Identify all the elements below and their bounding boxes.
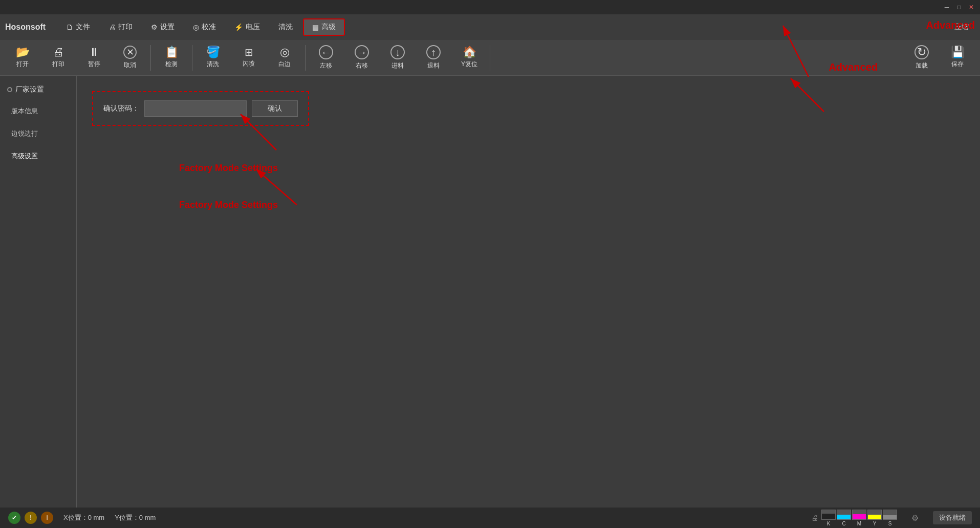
reload-icon: ↻ (914, 45, 929, 59)
tool-detect[interactable]: 📋 检测 (154, 42, 189, 74)
clean-icon: 🪣 (206, 47, 220, 58)
ink-slot-m: M (852, 510, 866, 526)
tool-left[interactable]: ← 左移 (309, 42, 343, 74)
password-input[interactable] (144, 100, 247, 117)
password-box: 确认密码： 确认 (92, 91, 309, 126)
tool-print[interactable]: 🖨 打印 (41, 42, 76, 74)
ink-slot-s: S (883, 510, 897, 526)
print-icon: 🖨 (53, 47, 64, 58)
advanced-icon: ▦ (312, 23, 319, 31)
tool-pause[interactable]: ⏸ 暂停 (77, 42, 112, 74)
status-icons: ✔ ! i (8, 512, 53, 524)
status-icon-yellow: ! (25, 512, 37, 524)
status-dot (7, 87, 12, 92)
sidebar-item-advanced[interactable]: 高级设置 (3, 145, 73, 167)
voltage-icon: ⚡ (234, 23, 243, 31)
retract-icon: ↑ (426, 45, 441, 59)
factory-label-overlay: Factory Mode Settings (179, 200, 278, 210)
menu-print[interactable]: 🖨 打印 (100, 19, 141, 35)
save-icon: 💾 (951, 47, 965, 58)
tool-right[interactable]: → 右移 (344, 42, 379, 74)
tool-white[interactable]: ◎ 白边 (267, 42, 302, 74)
flash-icon: ⊞ (245, 47, 253, 57)
sidebar-item-version[interactable]: 版本信息 (3, 100, 73, 122)
factory-annotation: Factory Mode Settings (179, 163, 278, 174)
tool-cancel[interactable]: ✕ 取消 (113, 42, 147, 74)
ink-slot-c: C (837, 510, 851, 526)
pause-icon: ⏸ (89, 47, 100, 58)
tool-reload[interactable]: ↻ 加载 (904, 42, 939, 74)
advanced-label-overlay: Advanced (829, 61, 878, 73)
tool-save[interactable]: 💾 保存 (940, 42, 975, 74)
title-bar: ─ □ ✕ (0, 0, 980, 14)
detect-icon: 📋 (165, 47, 179, 58)
menu-clean[interactable]: 清洗 (270, 19, 301, 35)
settings-gear-icon[interactable]: ⚙ (911, 513, 919, 523)
ink-slot-y: Y (867, 510, 882, 526)
right-icon: → (355, 45, 369, 59)
brand-label: Hosonsoft (5, 23, 46, 32)
tool-retract[interactable]: ↑ 退料 (416, 42, 451, 74)
status-bar: ✔ ! i X位置：0 mm Y位置：0 mm 🖨 K C M (0, 508, 980, 528)
menu-calibrate[interactable]: ◎ 校准 (185, 19, 224, 35)
yhome-icon: 🏠 (463, 47, 476, 58)
calibrate-icon: ◎ (193, 23, 199, 31)
content-area: 确认密码： 确认 Advanced Factory Mode (77, 76, 980, 508)
open-icon: 📂 (16, 47, 30, 58)
x-position-label: X位置：0 mm (63, 513, 104, 522)
menu-voltage[interactable]: ⚡ 电压 (226, 19, 268, 35)
cancel-icon: ✕ (123, 46, 137, 59)
menu-bar: Hosonsoft 🗋 文件 🖨 打印 ⚙ 设置 ◎ 校准 ⚡ 电压 清洗 ▦ … (0, 14, 980, 40)
main-layout: 厂家设置 版本信息 边锐边打 高级设置 确认密码： 确认 (0, 76, 980, 508)
tool-yhome[interactable]: 🏠 Y复位 (452, 42, 487, 74)
ink-icon: 🖨 (811, 514, 818, 522)
menu-settings[interactable]: ⚙ 设置 (143, 19, 183, 35)
status-icon-green: ✔ (8, 512, 20, 524)
sidebar-header: 厂家设置 (0, 81, 76, 98)
maximize-button[interactable]: □ (954, 3, 964, 12)
close-button[interactable]: ✕ (967, 3, 976, 12)
ink-slot-k: K (821, 510, 836, 526)
tool-clean[interactable]: 🪣 清洗 (195, 42, 230, 74)
minimize-button[interactable]: ─ (942, 3, 951, 12)
device-status: 设备就绪 (933, 511, 972, 524)
left-icon: ← (319, 45, 333, 59)
menu-advanced[interactable]: ▦ 高级 (303, 18, 345, 36)
sidebar: 厂家设置 版本信息 边锐边打 高级设置 (0, 76, 77, 508)
tool-open[interactable]: 📂 打开 (5, 42, 40, 74)
ink-levels: 🖨 K C M Y (811, 510, 897, 526)
print-icon: 🖨 (108, 23, 116, 31)
sidebar-item-edge[interactable]: 边锐边打 (3, 123, 73, 144)
menu-file[interactable]: 🗋 文件 (58, 19, 98, 35)
advanced-annotation: Advanced (926, 19, 975, 31)
tool-feed[interactable]: ↓ 进料 (380, 42, 415, 74)
settings-icon: ⚙ (151, 23, 158, 31)
status-icon-orange: i (41, 512, 53, 524)
confirm-button[interactable]: 确认 (252, 100, 298, 117)
file-icon: 🗋 (66, 23, 73, 31)
password-label: 确认密码： (103, 104, 139, 113)
white-icon: ◎ (280, 47, 290, 58)
tool-flash[interactable]: ⊞ 闪喷 (231, 42, 266, 74)
feed-icon: ↓ (390, 45, 405, 59)
y-position-label: Y位置：0 mm (115, 513, 156, 522)
